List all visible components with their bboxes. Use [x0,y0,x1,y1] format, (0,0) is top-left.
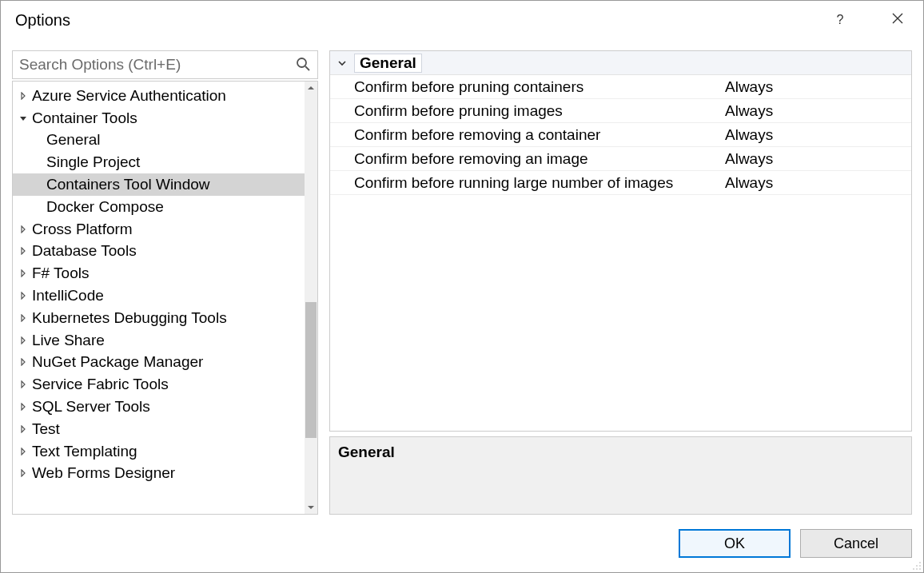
svg-point-1 [919,562,921,563]
chevron-right-icon[interactable] [18,424,29,435]
window-title: Options [15,11,70,30]
tree-item[interactable]: Text Templating [13,440,305,463]
tree-item-label: SQL Server Tools [32,398,150,416]
svg-point-5 [916,568,918,570]
tree-item[interactable]: Single Project [13,151,305,173]
search-icon[interactable] [295,56,311,74]
scroll-up-button[interactable] [305,82,317,94]
chevron-right-icon[interactable] [18,224,29,235]
chevron-right-icon[interactable] [18,335,29,346]
tree-item-label: Containers Tool Window [46,176,210,193]
tree-item-label: Service Fabric Tools [32,376,169,393]
tree-item[interactable]: Database Tools [13,241,305,263]
tree-item[interactable]: Cross Platform [13,218,305,241]
scroll-down-button[interactable] [305,501,317,514]
search-row [12,50,318,79]
chevron-down-icon[interactable] [335,58,349,68]
scrollbar-vertical[interactable] [305,82,317,514]
property-row[interactable]: Confirm before removing a containerAlway… [330,123,911,147]
tree-item-label: F# Tools [32,265,89,282]
tree-item[interactable]: Service Fabric Tools [13,373,305,396]
property-row[interactable]: Confirm before pruning imagesAlways [330,99,911,123]
tree-item-label: Docker Compose [46,198,164,216]
chevron-right-icon[interactable] [18,268,29,279]
svg-point-3 [919,565,921,567]
tree-item-label: Kubernetes Debugging Tools [32,309,227,327]
tree-item[interactable]: Web Forms Designer [13,463,305,485]
titlebar-actions: ? [827,7,910,33]
help-icon: ? [837,13,844,27]
titlebar: Options ? [1,1,923,39]
property-name: Confirm before removing an image [354,150,725,168]
tree-item-label: Cross Platform [32,221,133,238]
tree-item-label: Test [32,420,60,438]
property-name: Confirm before pruning containers [354,78,725,96]
ok-button[interactable]: OK [679,529,791,558]
tree-item[interactable]: Containers Tool Window [13,173,305,196]
resize-grip-icon[interactable] [910,559,922,571]
property-row[interactable]: Confirm before pruning containersAlways [330,75,911,99]
tree-item[interactable]: Azure Service Authentication [13,85,305,107]
content-area: Azure Service AuthenticationContainer To… [1,39,923,515]
close-icon [892,13,903,27]
chevron-right-icon[interactable] [18,401,29,412]
tree-item-label: Azure Service Authentication [32,87,226,105]
property-name: Confirm before pruning images [354,102,725,120]
left-panel: Azure Service AuthenticationContainer To… [12,50,318,515]
chevron-right-icon[interactable] [18,90,29,101]
chevron-right-icon[interactable] [18,312,29,324]
tree-item[interactable]: IntelliCode [13,285,305,307]
property-name: Confirm before removing a container [354,126,725,144]
tree-item[interactable]: General [13,129,305,152]
svg-point-2 [916,565,918,567]
chevron-right-icon[interactable] [18,356,29,368]
close-button[interactable] [885,7,910,33]
property-value[interactable]: Always [725,174,911,192]
tree-item[interactable]: F# Tools [13,262,305,285]
chevron-right-icon[interactable] [18,245,29,257]
property-name: Confirm before running large number of i… [354,174,725,192]
description-title: General [338,444,903,461]
chevron-down-icon[interactable] [18,113,29,124]
svg-point-0 [297,58,306,67]
tree-item-label: Live Share [32,332,105,349]
property-category-label: General [354,54,422,73]
svg-point-6 [919,568,921,570]
tree-item-label: Single Project [46,153,140,171]
property-value[interactable]: Always [725,150,911,168]
tree-item[interactable]: NuGet Package Manager [13,352,305,374]
tree-item[interactable]: Container Tools [13,107,305,129]
cancel-button[interactable]: Cancel [800,529,912,558]
options-tree[interactable]: Azure Service AuthenticationContainer To… [13,82,305,514]
tree-item-label: General [46,131,101,149]
property-row[interactable]: Confirm before running large number of i… [330,171,911,195]
description-box: General [329,436,912,515]
property-row[interactable]: Confirm before removing an imageAlways [330,147,911,171]
chevron-right-icon[interactable] [18,379,29,390]
tree-item[interactable]: Live Share [13,329,305,352]
tree-item[interactable]: Docker Compose [13,196,305,218]
scroll-track[interactable] [305,94,317,501]
tree-item[interactable]: Kubernetes Debugging Tools [13,307,305,329]
scroll-thumb[interactable] [305,302,317,438]
chevron-right-icon[interactable] [18,468,29,479]
tree-item-label: NuGet Package Manager [32,353,203,371]
property-value[interactable]: Always [725,102,911,120]
svg-point-4 [913,568,914,570]
tree-container: Azure Service AuthenticationContainer To… [12,81,318,515]
search-input[interactable] [19,56,295,74]
tree-item-label: Database Tools [32,242,137,260]
chevron-right-icon[interactable] [18,290,29,301]
tree-item-label: Container Tools [32,109,137,127]
tree-item[interactable]: Test [13,418,305,440]
chevron-right-icon[interactable] [18,446,29,457]
tree-item-label: IntelliCode [32,287,104,304]
tree-item-label: Web Forms Designer [32,464,175,482]
property-value[interactable]: Always [725,126,911,144]
property-category-header[interactable]: General [330,51,911,75]
help-button[interactable]: ? [827,7,853,33]
property-grid: General Confirm before pruning container… [329,50,912,432]
tree-item[interactable]: SQL Server Tools [13,396,305,418]
tree-item-label: Text Templating [32,443,137,460]
property-value[interactable]: Always [725,78,911,96]
